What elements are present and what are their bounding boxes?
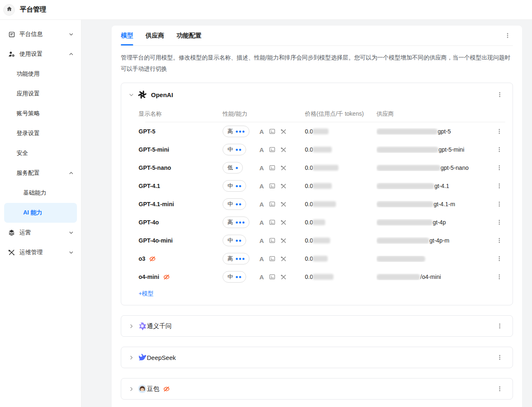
price-value: 0.0 xyxy=(305,237,313,244)
table-row: GPT-5高A0.0gpt-5 xyxy=(129,122,505,140)
sidebar: 平台信息使用设置功能使用应用设置账号策略登录设置安全服务配置基础能力AI 能力运… xyxy=(0,20,81,407)
qwen-logo-icon xyxy=(138,321,147,331)
provider-section-openai: OpenAI 显示名称 性能/能力 价格(信用点/千 tokens) 供应商 G… xyxy=(121,83,513,305)
user-gear-icon xyxy=(7,50,16,58)
tabs-row: 模型供应商功能配置 xyxy=(121,26,513,46)
chevron-up-icon xyxy=(69,52,74,57)
main-area: 模型供应商功能配置 管理平台的可用模型。修改模型的显示名称、描述、性能/能力和排… xyxy=(81,20,532,407)
sidebar-item-应用设置[interactable]: 应用设置 xyxy=(4,84,77,104)
performance-level-label: 高 xyxy=(228,128,233,135)
sidebar-item-label: 登录设置 xyxy=(17,130,74,137)
provider-section-通义千问: 通义千问 xyxy=(121,315,513,337)
provider-section-豆包: 豆包 xyxy=(121,378,513,400)
tab-suppliers[interactable]: 供应商 xyxy=(146,26,164,45)
model-name: GPT-4.1-mini xyxy=(139,201,174,207)
col-header-capability: 性能/能力 xyxy=(223,110,305,118)
performance-badge: 中 xyxy=(223,271,246,283)
provider-more-button[interactable] xyxy=(494,89,505,100)
sidebar-item-运营[interactable]: 运营 xyxy=(4,223,77,243)
performance-level-label: 低 xyxy=(228,164,233,171)
redacted-price xyxy=(313,274,333,280)
home-button[interactable] xyxy=(3,4,15,16)
tab-feature-config[interactable]: 功能配置 xyxy=(177,26,201,45)
redacted-supplier xyxy=(376,256,425,262)
more-icon xyxy=(496,129,502,134)
row-more-button[interactable] xyxy=(494,235,505,246)
hidden-eye-off-icon xyxy=(163,274,170,281)
performance-badge: 高 xyxy=(223,253,249,264)
tools-capability-icon xyxy=(280,129,287,135)
table-row: GPT-4.1中A0.0gt-4.1 xyxy=(129,177,505,195)
sidebar-item-登录设置[interactable]: 登录设置 xyxy=(4,124,77,143)
text-capability-icon: A xyxy=(259,219,264,226)
row-more-button[interactable] xyxy=(494,217,505,228)
col-header-price: 价格(信用点/千 tokens) xyxy=(305,110,376,118)
row-more-button[interactable] xyxy=(494,271,505,282)
collapse-chevron-down-icon[interactable] xyxy=(129,92,134,98)
performance-level-label: 中 xyxy=(228,200,233,208)
sidebar-item-label: 服务配置 xyxy=(17,169,69,177)
sidebar-item-AI能力[interactable]: AI 能力 xyxy=(4,203,77,223)
table-row: o3高A0.0 xyxy=(129,250,505,268)
sidebar-item-功能使用[interactable]: 功能使用 xyxy=(4,64,77,84)
table-header-row: 显示名称 性能/能力 价格(信用点/千 tokens) 供应商 xyxy=(129,106,505,122)
text-capability-icon: A xyxy=(259,256,264,262)
more-icon xyxy=(497,92,503,98)
provider-name: OpenAI xyxy=(151,91,173,98)
image-capability-icon xyxy=(269,255,276,262)
provider-more-button[interactable] xyxy=(494,352,505,363)
text-capability-icon: A xyxy=(259,201,264,207)
row-more-button[interactable] xyxy=(494,199,505,209)
tab-models[interactable]: 模型 xyxy=(121,26,133,45)
text-capability-icon: A xyxy=(259,238,264,244)
redacted-supplier xyxy=(376,129,438,135)
performance-badge: 中 xyxy=(223,198,246,210)
table-row: GPT-4.1-mini中A0.0gt-4.1-m xyxy=(129,195,505,213)
tools-capability-icon xyxy=(280,183,287,189)
more-icon xyxy=(497,323,503,329)
row-more-button[interactable] xyxy=(494,253,505,264)
provider-more-button[interactable] xyxy=(494,321,505,331)
chevron-down-icon xyxy=(69,32,74,37)
performance-badge: 中 xyxy=(223,235,246,246)
sidebar-item-平台信息[interactable]: 平台信息 xyxy=(4,24,77,44)
provider-name: 通义千问 xyxy=(147,322,172,330)
image-capability-icon xyxy=(269,128,276,135)
collapse-chevron-right-icon[interactable] xyxy=(129,386,134,392)
sidebar-item-服务配置[interactable]: 服务配置 xyxy=(4,163,77,183)
provider-name: 豆包 xyxy=(147,385,159,393)
supplier-value: gt-4.1 xyxy=(434,183,449,189)
row-more-button[interactable] xyxy=(494,144,505,155)
table-row: GPT-5-mini中A0.0gpt-5-mini xyxy=(129,140,505,159)
model-name: GPT-4o xyxy=(139,219,159,226)
tools-capability-icon xyxy=(280,147,287,153)
sidebar-item-label: 使用设置 xyxy=(19,50,69,58)
row-more-button[interactable] xyxy=(494,126,505,137)
sidebar-item-安全[interactable]: 安全 xyxy=(4,143,77,163)
sidebar-item-基础能力[interactable]: 基础能力 xyxy=(4,183,77,203)
sidebar-item-运维管理[interactable]: 运维管理 xyxy=(4,243,77,262)
more-icon xyxy=(497,386,503,392)
card-more-button[interactable] xyxy=(502,30,513,41)
price-value: 0.0 xyxy=(305,255,313,262)
collapse-chevron-right-icon[interactable] xyxy=(129,324,134,329)
row-more-button[interactable] xyxy=(494,162,505,173)
redacted-price xyxy=(313,129,328,134)
image-capability-icon xyxy=(269,219,276,226)
add-model-button[interactable]: +模型 xyxy=(139,290,153,298)
performance-badge: 中 xyxy=(223,180,246,192)
supplier-value: gpt-5 xyxy=(438,128,451,135)
redacted-supplier xyxy=(376,183,434,189)
sidebar-item-使用设置[interactable]: 使用设置 xyxy=(4,44,77,64)
row-more-button[interactable] xyxy=(494,181,505,191)
sidebar-item-账号策略[interactable]: 账号策略 xyxy=(4,104,77,124)
provider-more-button[interactable] xyxy=(494,383,505,394)
tools-capability-icon xyxy=(280,201,287,207)
image-capability-icon xyxy=(269,201,276,207)
tools-capability-icon xyxy=(280,165,287,171)
collapse-chevron-right-icon[interactable] xyxy=(129,355,134,360)
more-icon xyxy=(496,201,502,207)
performance-badge: 低 xyxy=(223,162,243,174)
model-name: GPT-4o-mini xyxy=(139,237,173,244)
provider-section-DeepSeek: DeepSeek xyxy=(121,347,513,368)
